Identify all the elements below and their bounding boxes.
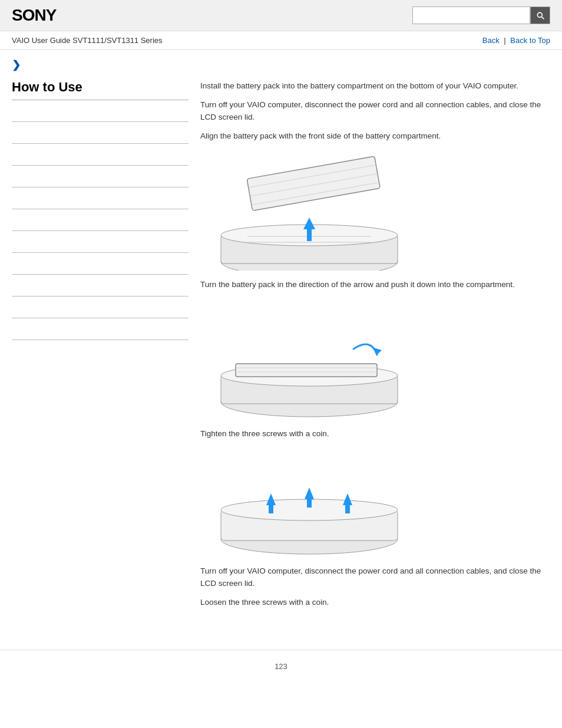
page-footer: 123 xyxy=(0,650,562,683)
diagram-screws xyxy=(200,451,550,559)
list-item xyxy=(12,187,189,209)
list-item xyxy=(12,231,189,253)
diagram-svg-2 xyxy=(200,302,412,420)
step4-text: Tighten the three screws with a coin. xyxy=(200,427,550,440)
chevron-row: ❯ xyxy=(0,50,562,74)
list-item xyxy=(12,297,189,318)
sidebar-link[interactable] xyxy=(12,325,14,334)
search-input[interactable] xyxy=(412,6,530,24)
chevron-right-icon[interactable]: ❯ xyxy=(12,59,21,71)
step5a-text: Turn off your VAIO computer, disconnect … xyxy=(200,565,550,590)
sidebar-link[interactable] xyxy=(12,150,14,159)
svg-marker-21 xyxy=(266,493,276,505)
content-area: Install the battery pack into the batter… xyxy=(200,74,550,638)
search-area xyxy=(412,6,550,24)
sidebar-link[interactable] xyxy=(12,172,14,181)
breadcrumb-links: Back | Back to Top xyxy=(482,36,550,45)
main-layout: How to Use Install the battery pack into… xyxy=(0,74,562,638)
sidebar-title: How to Use xyxy=(12,80,189,100)
diagram-svg-3 xyxy=(200,451,412,557)
svg-marker-9 xyxy=(303,218,315,229)
sidebar-link[interactable] xyxy=(12,129,14,137)
sidebar-link[interactable] xyxy=(12,107,14,116)
search-button[interactable] xyxy=(530,6,550,24)
back-to-top-link[interactable]: Back to Top xyxy=(510,36,550,45)
sidebar-link[interactable] xyxy=(12,238,14,246)
list-item xyxy=(12,144,189,166)
list-item xyxy=(12,166,189,187)
breadcrumb-separator: | xyxy=(504,36,505,45)
list-item xyxy=(12,275,189,297)
svg-rect-5 xyxy=(247,157,380,211)
svg-rect-14 xyxy=(236,364,377,377)
sidebar: How to Use xyxy=(12,74,189,638)
diagram-svg-1 xyxy=(200,153,412,271)
breadcrumb-title: VAIO User Guide SVT1111/SVT1311 Series xyxy=(12,36,163,45)
svg-marker-25 xyxy=(343,493,352,505)
svg-rect-26 xyxy=(345,505,350,513)
step3-text: Turn the battery pack in the direction o… xyxy=(200,278,550,291)
sidebar-links xyxy=(12,100,189,340)
step2a-text: Turn off your VAIO computer, disconnect … xyxy=(200,98,550,124)
step2b-text: Align the battery pack with the front si… xyxy=(200,130,550,143)
sony-logo: SONY xyxy=(12,6,56,25)
sidebar-link[interactable] xyxy=(12,194,14,203)
search-icon xyxy=(535,11,545,20)
page-header: SONY xyxy=(0,0,562,31)
sidebar-link[interactable] xyxy=(12,216,14,225)
back-link[interactable]: Back xyxy=(482,36,500,45)
svg-marker-23 xyxy=(305,487,314,499)
diagram-battery-rotate xyxy=(200,302,550,421)
list-item xyxy=(12,253,189,275)
svg-rect-22 xyxy=(269,505,273,513)
step5b-text: Loosen the three screws with a coin. xyxy=(200,596,550,609)
step1-text: Install the battery pack into the batter… xyxy=(200,80,550,93)
sidebar-link[interactable] xyxy=(12,303,14,312)
list-item xyxy=(12,100,189,122)
list-item xyxy=(12,122,189,144)
sidebar-link[interactable] xyxy=(12,259,14,268)
list-item xyxy=(12,318,189,340)
list-item xyxy=(12,209,189,231)
svg-rect-24 xyxy=(307,499,312,508)
breadcrumb-bar: VAIO User Guide SVT1111/SVT1311 Series B… xyxy=(0,31,562,50)
diagram-battery-align xyxy=(200,153,550,272)
svg-rect-10 xyxy=(307,229,312,241)
page-number: 123 xyxy=(275,662,287,671)
sidebar-link[interactable] xyxy=(12,281,14,290)
